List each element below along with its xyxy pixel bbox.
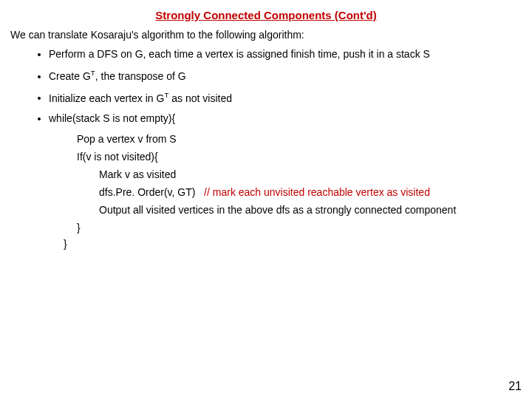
slide-title: Strongly Connected Components (Cont'd) — [10, 9, 522, 21]
bullet-3-post: as not visited — [168, 92, 232, 103]
line-pop: Pop a vertex v from S — [77, 133, 522, 145]
page-number: 21 — [508, 380, 522, 393]
intro-text: We can translate Kosaraju's algorithm to… — [10, 29, 522, 41]
brace-outer: } — [64, 238, 522, 250]
line-output: Output all visited vertices in the above… — [99, 204, 522, 216]
bullet-3: Initialize each vertex in GT as not visi… — [49, 91, 522, 104]
bullet-4: while(stack S is not empty){ — [49, 112, 522, 124]
bullet-3-pre: Initialize each vertex in G — [49, 92, 164, 103]
bullet-1: Perform a DFS on G, each time a vertex i… — [49, 48, 522, 60]
bullet-2-pre: Create G — [49, 70, 91, 82]
dfs-comment: // mark each unvisited reachable vertex … — [204, 186, 430, 198]
line-mark: Mark v as visited — [99, 168, 522, 180]
bullet-2-post: , the transpose of G — [95, 70, 186, 82]
line-dfs: dfs.Pre. Order(v, GT) // mark each unvis… — [99, 186, 522, 198]
bullet-2: Create GT, the transpose of G — [49, 69, 522, 82]
slide: Strongly Connected Components (Cont'd) W… — [0, 0, 532, 399]
line-if: If(v is not visited){ — [77, 151, 522, 163]
brace-inner: } — [77, 222, 522, 233]
bullet-list: Perform a DFS on G, each time a vertex i… — [10, 48, 522, 124]
dfs-code: dfs.Pre. Order(v, GT) — [99, 186, 195, 198]
